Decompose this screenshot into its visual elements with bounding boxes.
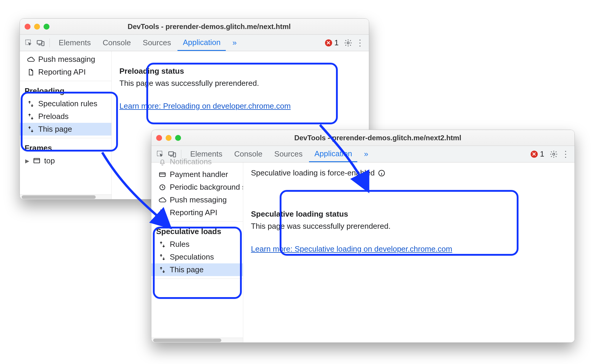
application-sidebar: Push messaging Reporting API Preloading …	[20, 51, 112, 199]
horizontal-scrollbar[interactable]	[20, 194, 111, 199]
device-toggle-icon[interactable]	[35, 38, 46, 48]
window-title: DevTools - prerender-demos.glitch.me/nex…	[54, 22, 364, 31]
window-title: DevTools - prerender-demos.glitch.me/nex…	[186, 134, 570, 142]
sidebar-category-preloading[interactable]: Preloading	[20, 83, 111, 97]
tree-expander-icon[interactable]: ▶	[25, 158, 29, 164]
sidebar-item-payment-handler[interactable]: Payment handler	[151, 168, 243, 181]
window-titlebar[interactable]: DevTools - prerender-demos.glitch.me/nex…	[151, 130, 574, 146]
devtools-tabbar: Elements Console Sources Application » ✕…	[20, 35, 369, 51]
svg-point-8	[553, 153, 555, 155]
updown-icon	[27, 113, 35, 120]
sidebar-category-speculative-loads[interactable]: Speculative loads	[151, 224, 243, 238]
sidebar-item-label: top	[44, 156, 55, 165]
sidebar-item-periodic-background-sync[interactable]: Periodic background sy	[151, 181, 243, 194]
sidebar-item-label: Reporting API	[170, 208, 217, 217]
more-menu-icon[interactable]: ⋮	[560, 149, 571, 160]
window-controls	[156, 135, 181, 141]
devtools-window-2: DevTools - prerender-demos.glitch.me/nex…	[151, 130, 575, 343]
svg-rect-1	[37, 40, 42, 44]
card-icon	[159, 171, 166, 178]
window-titlebar[interactable]: DevTools - prerender-demos.glitch.me/nex…	[20, 19, 369, 35]
application-sidebar: Notifications Payment handler Periodic b…	[151, 162, 243, 342]
sidebar-item-preloads[interactable]: Preloads	[20, 110, 111, 123]
sidebar-category-frames[interactable]: Frames	[20, 141, 111, 154]
sidebar-item-rules[interactable]: Rules	[151, 238, 243, 251]
section-body: This page was successfully prerendered.	[119, 79, 361, 88]
cloud-icon	[159, 196, 166, 204]
updown-icon	[159, 253, 166, 261]
sidebar-item-label: Speculations	[170, 252, 214, 262]
updown-icon	[27, 100, 35, 108]
tab-sources[interactable]: Sources	[269, 146, 308, 162]
sidebar-item-label: Periodic background sy	[170, 183, 243, 192]
learn-more-link[interactable]: Learn more: Preloading on developer.chro…	[119, 102, 291, 110]
tab-application[interactable]: Application	[177, 35, 226, 51]
sidebar-item-reporting-api[interactable]: Reporting API	[20, 66, 111, 78]
error-counter[interactable]: ✕ 1	[528, 149, 547, 159]
error-counter[interactable]: ✕ 1	[322, 38, 342, 47]
sidebar-item-label: This page	[170, 265, 204, 274]
sidebar-item-reporting-api[interactable]: Reporting API	[151, 206, 243, 219]
section-title: Preloading status	[119, 67, 361, 76]
clock-icon	[159, 183, 166, 191]
sidebar-item-label: This page	[38, 125, 72, 134]
sidebar-item-push-messaging[interactable]: Push messaging	[151, 194, 243, 206]
updown-icon	[159, 241, 166, 248]
error-icon: ✕	[531, 151, 538, 158]
more-tabs-button[interactable]: »	[358, 146, 373, 162]
settings-gear-icon[interactable]	[548, 149, 559, 160]
sidebar-item-label: Push messaging	[38, 55, 95, 64]
horizontal-scrollbar[interactable]	[151, 338, 243, 342]
inspect-icon[interactable]	[23, 38, 34, 48]
sidebar-item-label: Rules	[170, 240, 189, 249]
scrollbar-thumb[interactable]	[153, 339, 221, 342]
more-tabs-button[interactable]: »	[227, 35, 242, 51]
notice-bar: Speculative loading is force-enabled	[251, 168, 567, 178]
zoom-button[interactable]	[44, 24, 49, 30]
sidebar-item-label: Payment handler	[170, 170, 228, 179]
close-button[interactable]	[25, 24, 31, 30]
cloud-icon	[27, 56, 35, 63]
section-title: Speculative loading status	[251, 210, 567, 219]
sidebar-item-push-messaging[interactable]: Push messaging	[20, 53, 111, 66]
tab-application[interactable]: Application	[309, 146, 357, 162]
learn-more-link[interactable]: Learn more: Speculative loading on devel…	[251, 244, 452, 253]
separator	[49, 38, 50, 47]
file-icon	[27, 68, 35, 76]
svg-rect-9	[159, 173, 165, 176]
tab-console[interactable]: Console	[97, 35, 136, 51]
bell-icon	[159, 158, 166, 166]
minimize-button[interactable]	[34, 24, 40, 30]
settings-gear-icon[interactable]	[343, 38, 353, 48]
sidebar-item-this-page[interactable]: This page	[20, 123, 111, 136]
svg-rect-4	[34, 158, 40, 163]
error-count: 1	[540, 149, 544, 159]
sidebar-item-label: Speculation rules	[38, 99, 97, 108]
error-icon: ✕	[325, 39, 332, 46]
sidebar-item-notifications[interactable]: Notifications	[151, 155, 243, 168]
scrollbar-thumb[interactable]	[22, 195, 96, 199]
sidebar-item-label: Preloads	[38, 112, 69, 121]
more-menu-icon[interactable]: ⋮	[355, 38, 365, 48]
sidebar-item-label: Notifications	[170, 157, 212, 166]
zoom-button[interactable]	[175, 135, 181, 141]
window-controls	[25, 24, 49, 30]
sidebar-item-frame-top[interactable]: ▶ top	[20, 154, 111, 167]
updown-icon	[27, 125, 35, 133]
close-button[interactable]	[156, 135, 162, 141]
frame-icon	[33, 157, 41, 165]
sidebar-item-speculations[interactable]: Speculations	[151, 251, 243, 263]
minimize-button[interactable]	[166, 135, 172, 141]
info-icon[interactable]	[378, 169, 385, 177]
application-panel-main: Speculative loading is force-enabled Spe…	[243, 162, 574, 342]
sidebar-item-this-page[interactable]: This page	[151, 263, 243, 276]
sidebar-item-label: Push messaging	[170, 195, 227, 204]
tab-elements[interactable]: Elements	[53, 35, 96, 51]
updown-icon	[159, 266, 166, 274]
notice-text: Speculative loading is force-enabled	[251, 168, 375, 178]
section-body: This page was successfully prerendered.	[251, 222, 567, 231]
sidebar-item-speculation-rules[interactable]: Speculation rules	[20, 97, 111, 110]
file-icon	[159, 209, 166, 217]
sidebar-item-label: Reporting API	[38, 67, 86, 77]
tab-sources[interactable]: Sources	[137, 35, 176, 51]
